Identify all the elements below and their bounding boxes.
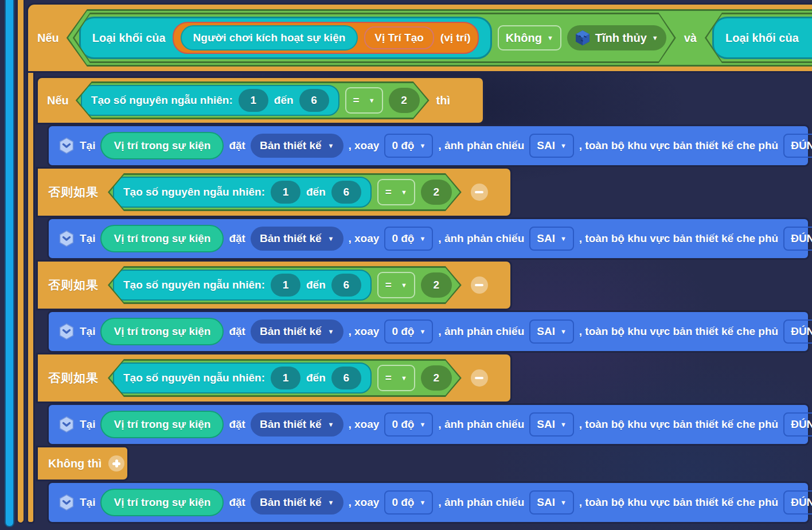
place-label: đặt (229, 232, 245, 245)
cover-label: , toàn bộ khu vực bản thiết kế che phủ (579, 325, 778, 338)
event-position-block[interactable]: Vị trí trong sự kiện (100, 411, 224, 438)
random-condition-hex[interactable]: Tạo số nguyên ngẫu nhiên: 1 đến 6 = ▼ 2 (108, 359, 462, 397)
random-int-label: Tạo số nguyên ngẫu nhiên: (91, 94, 233, 107)
block-type-of-block[interactable]: Loại khối của (712, 17, 812, 59)
add-branch-button[interactable] (108, 455, 124, 471)
rotate-label: , xoay (349, 418, 380, 431)
remove-branch-button[interactable] (471, 369, 488, 387)
rotation-dropdown[interactable]: 0 độ ▼ (384, 319, 433, 344)
elseif-header[interactable]: 否则如果 Tạo số nguyên ngẫu nhiên: 1 đến 6 = (36, 167, 512, 217)
outer-if-left-wall[interactable] (26, 73, 35, 524)
inner-if-else-block[interactable]: Nếu Tạo số nguyên ngẫu nhiên: 1 đến 6 = (36, 76, 810, 524)
mirror-dropdown[interactable]: SAI ▼ (529, 319, 574, 344)
blueprint-dropdown[interactable]: Bản thiết kế ▼ (251, 319, 343, 344)
random-max-value: 6 (343, 186, 349, 198)
at-label: Tại (80, 496, 95, 509)
place-blueprint-statement[interactable]: Tại Vị trí trong sự kiện đặt Bản thiết k… (47, 310, 810, 353)
parent-block-left-rail[interactable] (17, 0, 25, 524)
place-blueprint-statement[interactable]: Tại Vị trí trong sự kiện đặt Bản thiết k… (47, 403, 810, 446)
operator-dropdown[interactable]: = ▼ (377, 272, 415, 298)
cover-label: , toàn bộ khu vực bản thiết kế che phủ (579, 496, 778, 509)
place-blueprint-statement[interactable]: Tại Vị trí trong sự kiện đặt Bản thiết k… (47, 124, 810, 167)
chevron-down-icon: ▼ (547, 35, 553, 41)
block-type-of-block[interactable]: Loại khối của Người chơi kích hoạt sự ki… (79, 17, 492, 59)
not-dropdown[interactable]: Không ▼ (498, 25, 561, 50)
random-condition-hex[interactable]: Tạo số nguyên ngẫu nhiên: 1 đến 6 = ▼ 2 (108, 266, 462, 304)
mirror-dropdown[interactable]: SAI ▼ (529, 134, 574, 158)
compare-value-field[interactable]: 2 (389, 88, 420, 113)
event-position-block[interactable]: Vị trí trong sự kiện (100, 489, 224, 516)
rotation-dropdown[interactable]: 0 độ ▼ (384, 490, 433, 515)
to-label: đến (306, 279, 326, 291)
mirror-dropdown[interactable]: SAI ▼ (529, 490, 574, 515)
outer-if-block[interactable]: Nếu Loại khối của Người chơi kích hoạt s… (26, 3, 812, 524)
cover-dropdown[interactable]: ĐÚNG ▼ (783, 412, 812, 437)
blueprint-dropdown[interactable]: Bản thiết kế ▼ (251, 490, 343, 515)
place-blueprint-statement[interactable]: Tại Vị trí trong sự kiện đặt Bản thiết k… (47, 481, 810, 524)
random-int-label: Tạo số nguyên ngẫu nhiên: (123, 372, 265, 384)
random-max-field[interactable]: 6 (331, 181, 361, 204)
random-condition-hex[interactable]: Tạo số nguyên ngẫu nhiên: 1 đến 6 = ▼ 2 (108, 173, 462, 211)
position-argument-block[interactable]: Người chơi kích hoạt sự kiện Vị Trí Tạo … (173, 22, 479, 54)
cover-label: , toàn bộ khu vực bản thiết kế che phủ (579, 232, 778, 245)
operator-dropdown[interactable]: = ▼ (377, 179, 415, 205)
compare-value: 2 (433, 186, 439, 198)
cover-dropdown[interactable]: ĐÚNG ▼ (783, 490, 812, 515)
and-condition-hex[interactable]: Loại khối của Người chơi kích hoạt sự ki… (67, 9, 812, 67)
random-min-field[interactable]: 1 (239, 89, 268, 112)
rotation-dropdown[interactable]: 0 độ ▼ (384, 134, 433, 158)
cover-dropdown[interactable]: ĐÚNG ▼ (783, 319, 812, 344)
event-position-block[interactable]: Vị trí trong sự kiện (100, 318, 224, 345)
event-position-label: Vị trí trong sự kiện (114, 418, 210, 431)
random-min-field[interactable]: 1 (271, 181, 300, 204)
place-blueprint-statement[interactable]: Tại Vị trí trong sự kiện đặt Bản thiết k… (47, 217, 810, 260)
block-kind-dropdown[interactable]: Tĩnh thủy ▼ (567, 25, 666, 50)
mirror-dropdown[interactable]: SAI ▼ (529, 412, 574, 437)
random-max-value: 6 (343, 279, 349, 291)
outer-if-header[interactable]: Nếu Loại khối của Người chơi kích hoạt s… (26, 3, 812, 73)
rotation-dropdown[interactable]: 0 độ ▼ (384, 412, 433, 437)
chevron-down-icon: ▼ (401, 375, 407, 381)
second-condition-hex[interactable]: Loại khối của (705, 13, 812, 63)
spawn-position-block[interactable]: Vị Trí Tạo (364, 26, 434, 49)
random-int-block[interactable]: Tạo số nguyên ngẫu nhiên: 1 đến 6 (81, 85, 339, 116)
compare-value-field[interactable]: 2 (421, 365, 452, 391)
inner-if-header[interactable]: Nếu Tạo số nguyên ngẫu nhiên: 1 đến 6 = (36, 76, 485, 124)
random-max-field[interactable]: 6 (331, 274, 361, 297)
random-int-block[interactable]: Tạo số nguyên ngẫu nhiên: 1 đến 6 (113, 177, 372, 208)
mirror-dropdown[interactable]: SAI ▼ (529, 227, 574, 251)
cover-dropdown[interactable]: ĐÚNG ▼ (783, 134, 812, 158)
random-condition-hex[interactable]: Tạo số nguyên ngẫu nhiên: 1 đến 6 = ▼ 2 (76, 81, 430, 119)
event-block-left-rail[interactable] (5, 0, 14, 527)
chevron-down-icon: ▼ (419, 143, 425, 149)
operator-dropdown[interactable]: = ▼ (377, 365, 415, 391)
compare-value-field[interactable]: 2 (421, 272, 452, 298)
remove-branch-button[interactable] (471, 276, 488, 294)
compare-value-field[interactable]: 2 (421, 180, 452, 205)
rotation-dropdown[interactable]: 0 độ ▼ (384, 227, 433, 251)
blueprint-dropdown[interactable]: Bản thiết kế ▼ (251, 227, 343, 251)
remove-branch-button[interactable] (471, 184, 488, 201)
random-max-field[interactable]: 6 (331, 367, 361, 389)
cover-label: , toàn bộ khu vực bản thiết kế che phủ (579, 139, 778, 152)
random-int-block[interactable]: Tạo số nguyên ngẫu nhiên: 1 đến 6 (113, 270, 372, 301)
operator-dropdown[interactable]: = ▼ (345, 87, 383, 114)
mirror-value: SAI (537, 325, 555, 338)
elseif-header[interactable]: 否则如果 Tạo số nguyên ngẫu nhiên: 1 đến 6 = (36, 353, 512, 403)
event-position-block[interactable]: Vị trí trong sự kiện (100, 225, 224, 252)
else-header[interactable]: Không thì (36, 446, 129, 481)
elseif-header[interactable]: 否则如果 Tạo số nguyên ngẫu nhiên: 1 đến 6 = (36, 260, 512, 310)
blueprint-dropdown[interactable]: Bản thiết kế ▼ (251, 412, 343, 437)
rotate-label: , xoay (349, 496, 380, 509)
event-position-label: Vị trí trong sự kiện (114, 139, 210, 152)
blueprint-dropdown[interactable]: Bản thiết kế ▼ (251, 134, 343, 158)
cover-dropdown[interactable]: ĐÚNG ▼ (783, 227, 812, 251)
random-min-field[interactable]: 1 (271, 367, 300, 389)
block-type-condition-hex[interactable]: Loại khối của Người chơi kích hoạt sự ki… (73, 13, 676, 63)
random-max-field[interactable]: 6 (299, 89, 329, 112)
random-int-block[interactable]: Tạo số nguyên ngẫu nhiên: 1 đến 6 (113, 363, 372, 393)
event-position-block[interactable]: Vị trí trong sự kiện (100, 132, 224, 159)
random-min-field[interactable]: 1 (271, 274, 300, 297)
mirror-value: SAI (537, 232, 555, 245)
trigger-player-block[interactable]: Người chơi kích hoạt sự kiện (181, 25, 358, 50)
